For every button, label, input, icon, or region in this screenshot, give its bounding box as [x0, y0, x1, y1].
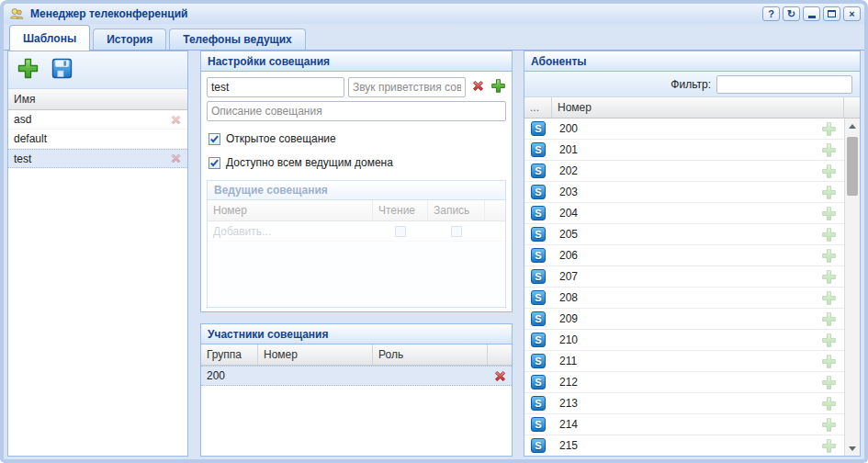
sip-phone-icon: S: [531, 269, 546, 284]
settings-body: Открытое совещание Доступно всем ведущим…: [201, 72, 512, 311]
participants-grid-header: Группа Номер Роль: [201, 344, 512, 366]
subscriber-row[interactable]: S 210: [524, 330, 844, 351]
subscribers-list: S 200 S 201: [524, 119, 844, 456]
add-subscriber-icon[interactable]: [817, 142, 840, 158]
splitter-left[interactable]: [188, 51, 200, 457]
type-column-header[interactable]: ...: [524, 97, 552, 118]
subscriber-row[interactable]: S 203: [524, 182, 844, 203]
name-column-header[interactable]: Имя: [8, 89, 187, 109]
meeting-description-input[interactable]: [207, 101, 506, 121]
meeting-name-input[interactable]: [207, 77, 344, 97]
tab-label: История: [107, 33, 152, 46]
participant-row[interactable]: 200: [201, 366, 512, 386]
scroll-down-button[interactable]: [845, 441, 860, 456]
templates-panel: Имя asd default: [7, 51, 188, 457]
arrow-down-icon: [849, 446, 856, 451]
add-subscriber-icon[interactable]: [817, 121, 840, 137]
arrow-up-icon: [849, 124, 856, 129]
vertical-scrollbar[interactable]: [844, 119, 860, 456]
checkbox-row[interactable]: Доступно всем ведущим домена: [207, 156, 506, 169]
subscriber-number: 208: [552, 291, 817, 304]
subscriber-row[interactable]: S 211: [524, 351, 844, 372]
templates-list: asd default test: [8, 110, 187, 456]
add-subscriber-icon[interactable]: [817, 185, 840, 200]
role-column-header[interactable]: Роль: [373, 344, 488, 365]
help-button[interactable]: ?: [762, 6, 780, 21]
number-column-header[interactable]: Номер: [552, 97, 844, 118]
subscriber-row[interactable]: S 207: [524, 266, 844, 288]
sip-phone-icon: S: [531, 438, 546, 453]
subscriber-row[interactable]: S 214: [524, 414, 844, 435]
group-column-header[interactable]: Группа: [201, 344, 258, 365]
add-subscriber-icon[interactable]: [817, 438, 840, 454]
minimize-button[interactable]: [803, 6, 820, 21]
clear-sound-button[interactable]: [469, 78, 486, 96]
subscribers-panel: Абоненты Фильтр: ... Номер S: [524, 51, 861, 457]
checkbox-label: Открытое совещание: [226, 132, 336, 145]
delete-participant-icon[interactable]: [488, 368, 512, 384]
add-subscriber-icon[interactable]: [817, 396, 840, 412]
checkbox-row[interactable]: Открытое совещание: [207, 132, 506, 145]
subscriber-row[interactable]: S 208: [524, 288, 844, 309]
template-name: default: [14, 132, 47, 145]
splitter-right[interactable]: [513, 51, 524, 457]
subscriber-row[interactable]: S 209: [524, 309, 844, 330]
close-button[interactable]: ×: [843, 6, 861, 21]
filter-label: Фильтр:: [671, 78, 711, 91]
subscriber-number: 206: [552, 249, 817, 262]
checkbox-checked-icon[interactable]: [209, 133, 220, 145]
scroll-up-button[interactable]: [845, 119, 860, 133]
leaders-stub-header: [485, 200, 505, 220]
add-subscriber-icon[interactable]: [817, 354, 840, 369]
subscriber-number: 214: [552, 418, 817, 431]
templates-grid-header: Имя: [8, 89, 187, 110]
subscriber-row[interactable]: S 202: [524, 161, 844, 182]
add-subscriber-icon[interactable]: [817, 164, 840, 179]
leaders-read-header: Чтение: [373, 200, 428, 220]
add-sound-button[interactable]: [490, 78, 506, 96]
subscriber-row[interactable]: S 215: [524, 435, 844, 456]
add-subscriber-icon[interactable]: [817, 333, 840, 348]
window-title: Менеджер телеконференций: [30, 7, 187, 20]
add-subscriber-icon[interactable]: [817, 311, 840, 327]
sip-phone-icon: S: [531, 354, 546, 368]
scrollbar-thumb[interactable]: [847, 137, 858, 196]
subscriber-row[interactable]: S 205: [524, 224, 844, 245]
add-subscriber-icon[interactable]: [817, 227, 840, 243]
add-subscriber-icon[interactable]: [817, 375, 840, 390]
actions-column-header: [488, 344, 512, 365]
tab[interactable]: Телефоны ведущих: [169, 28, 306, 50]
save-template-button[interactable]: [49, 57, 74, 83]
template-row[interactable]: default: [8, 130, 187, 149]
template-row[interactable]: asd: [8, 110, 187, 130]
checkbox-checked-icon[interactable]: [209, 157, 220, 169]
refresh-button[interactable]: ↻: [783, 6, 800, 21]
subscriber-row[interactable]: S 200: [524, 119, 844, 140]
leaders-add-row: Добавить...: [208, 221, 505, 242]
subscriber-number: 213: [552, 397, 817, 410]
subscriber-number: 212: [552, 376, 817, 389]
tab[interactable]: История: [93, 28, 166, 50]
number-column-header[interactable]: Номер: [258, 344, 373, 365]
participants-list: 200: [201, 366, 512, 386]
add-subscriber-icon[interactable]: [817, 248, 840, 264]
subscriber-row[interactable]: S 206: [524, 245, 844, 266]
subscriber-row[interactable]: S 212: [524, 372, 844, 393]
delete-template-icon[interactable]: [169, 152, 183, 165]
filter-input[interactable]: [716, 75, 852, 94]
tab-label: Телефоны ведущих: [183, 33, 292, 46]
greeting-sound-input[interactable]: [348, 77, 466, 97]
delete-template-icon[interactable]: [169, 113, 183, 127]
subscriber-row[interactable]: S 213: [524, 393, 844, 414]
add-subscriber-icon[interactable]: [817, 269, 840, 285]
maximize-button[interactable]: [823, 6, 840, 21]
subscriber-row[interactable]: S 201: [524, 140, 844, 161]
template-name: asd: [14, 113, 31, 126]
add-subscriber-icon[interactable]: [817, 206, 840, 221]
tab[interactable]: Шаблоны: [9, 25, 90, 51]
template-row[interactable]: test: [8, 149, 187, 168]
subscriber-row[interactable]: S 204: [524, 203, 844, 224]
add-subscriber-icon[interactable]: [817, 290, 840, 306]
add-subscriber-icon[interactable]: [817, 417, 840, 433]
add-template-button[interactable]: [15, 57, 40, 83]
